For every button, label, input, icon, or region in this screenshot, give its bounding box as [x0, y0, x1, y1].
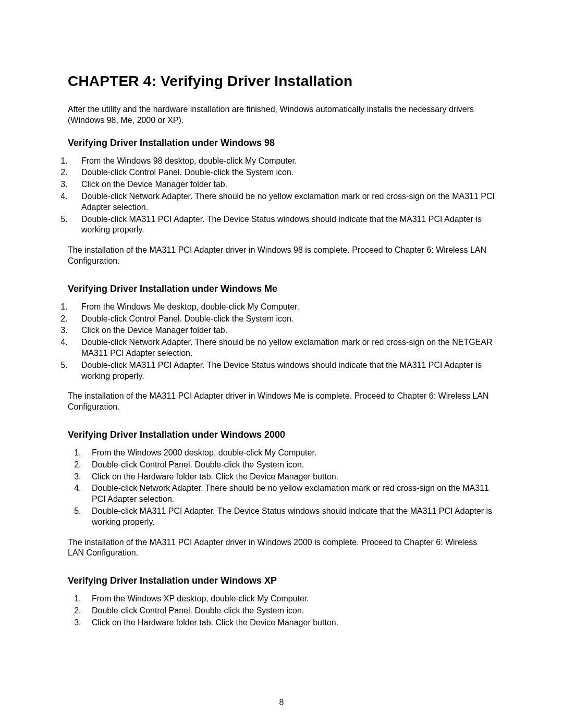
chapter-name: Verifying Driver Installation [161, 73, 352, 89]
step-list: From the Windows XP desktop, double-clic… [68, 594, 495, 628]
section-heading: Verifying Driver Installation under Wind… [68, 138, 495, 149]
section-winxp: Verifying Driver Installation under Wind… [68, 575, 495, 628]
section-heading: Verifying Driver Installation under Wind… [68, 575, 495, 586]
list-item: From the Windows XP desktop, double-clic… [83, 594, 495, 604]
section-heading: Verifying Driver Installation under Wind… [68, 283, 495, 294]
list-item: Click on the Hardware folder tab. Click … [83, 472, 495, 483]
section-winme: Verifying Driver Installation under Wind… [68, 283, 495, 413]
list-item: Double-click Control Panel. Double-click… [70, 314, 495, 325]
page-number: 8 [0, 698, 563, 707]
list-item: From the Windows 98 desktop, double-clic… [70, 156, 495, 167]
list-item: Double-click Control Panel. Double-click… [70, 167, 495, 178]
section-win98: Verifying Driver Installation under Wind… [68, 138, 495, 267]
section-win2000: Verifying Driver Installation under Wind… [68, 429, 495, 559]
document-page: CHAPTER 4: Verifying Driver Installation… [0, 0, 563, 728]
list-item: Click on the Device Manager folder tab. [70, 179, 495, 190]
list-item: Double-click MA311 PCI Adapter. The Devi… [70, 214, 495, 236]
step-list: From the Windows Me desktop, double-clic… [68, 302, 495, 382]
section-after: The installation of the MA311 PCI Adapte… [68, 245, 495, 267]
list-item: Double-click Network Adapter. There shou… [70, 337, 495, 359]
list-item: Double-click MA311 PCI Adapter. The Devi… [70, 360, 495, 382]
list-item: Click on the Device Manager folder tab. [70, 325, 495, 336]
section-after: The installation of the MA311 PCI Adapte… [68, 391, 495, 413]
section-heading: Verifying Driver Installation under Wind… [68, 429, 495, 440]
list-item: Double-click Control Panel. Double-click… [83, 460, 495, 471]
list-item: Double-click Network Adapter. There shou… [70, 191, 495, 213]
chapter-title: CHAPTER 4: Verifying Driver Installation [68, 73, 495, 90]
section-after: The installation of the MA311 PCI Adapte… [68, 537, 495, 559]
list-item: Double-click Control Panel. Double-click… [83, 606, 495, 616]
list-item: From the Windows Me desktop, double-clic… [70, 302, 495, 313]
list-item: Double-click MA311 PCI Adapter. The Devi… [83, 506, 495, 528]
intro-paragraph: After the utility and the hardware insta… [68, 104, 495, 126]
list-item: Click on the Hardware folder tab. Click … [83, 618, 495, 628]
list-item: Double-click Network Adapter. There shou… [83, 483, 495, 505]
chapter-prefix: CHAPTER 4: [68, 73, 156, 89]
step-list: From the Windows 98 desktop, double-clic… [68, 156, 495, 236]
list-item: From the Windows 2000 desktop, double-cl… [83, 448, 495, 459]
step-list: From the Windows 2000 desktop, double-cl… [68, 448, 495, 528]
